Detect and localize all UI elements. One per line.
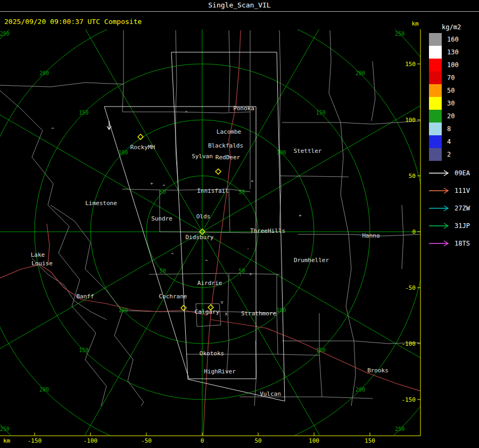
- ring-distance-label: 200: [39, 70, 49, 76]
- ring-distance-label: 150: [79, 110, 88, 116]
- city-label: Brooks: [367, 367, 389, 374]
- spoke-line: [202, 0, 442, 232]
- radar-station-icon: [216, 169, 221, 174]
- spoke-line: [202, 232, 442, 448]
- scale-value: 2: [447, 151, 451, 158]
- scale-entry: 130: [429, 46, 478, 59]
- boundary-line: [32, 258, 106, 320]
- city-label: Banff: [76, 293, 94, 300]
- right-axis-unit: km: [411, 20, 419, 27]
- right-tick-label: -100: [402, 340, 416, 347]
- ring-distance-label: 250: [0, 31, 10, 37]
- scale-value: 160: [447, 36, 459, 43]
- track-arrow-icon: [428, 205, 451, 212]
- scale-entry: 8: [429, 123, 478, 135]
- scale-swatch: [429, 59, 442, 71]
- ring-distance-label: 250: [0, 426, 10, 432]
- ring-distance-label: 100: [276, 307, 286, 313]
- scale-value: 70: [447, 74, 455, 82]
- boundary-line: [329, 30, 341, 123]
- scale-swatch: [429, 46, 442, 59]
- right-tick-label: 100: [405, 117, 416, 124]
- right-tick-label: 0: [412, 229, 416, 235]
- boundary-line: [298, 234, 420, 236]
- track-arrow-icon: [428, 169, 451, 177]
- window-title: Single_Scan_VIL: [208, 1, 270, 9]
- ring-distance-label: 150: [316, 347, 326, 353]
- city-label: Lacombe: [217, 128, 241, 135]
- track-id: 27ZW: [455, 205, 470, 212]
- boundary-line: [122, 30, 123, 112]
- ring-distance-label: 250: [395, 31, 404, 37]
- scale-entry: 2: [429, 148, 478, 161]
- ring-distance-label: 100: [118, 307, 128, 313]
- town-marker-glyph: x: [225, 311, 228, 316]
- bottom-tick-label: -50: [141, 437, 152, 444]
- ring-distance-label: 150: [316, 110, 326, 116]
- color-scale-rows: 16013010070503020842: [429, 33, 478, 161]
- city-label: HighRiver: [204, 368, 236, 375]
- scale-value: 4: [447, 138, 451, 145]
- city-label: Louise: [31, 260, 53, 267]
- vil-color-scale: kg/m2 16013010070503020842: [429, 21, 478, 161]
- spoke-line: [0, 232, 202, 448]
- town-marker-glyph: v: [220, 299, 223, 305]
- town-marker-glyph: ^: [185, 110, 188, 116]
- track-legend-entry: 111V: [428, 182, 470, 199]
- town-marker-glyph: .: [239, 271, 242, 276]
- town-marker-glyph: +: [249, 271, 252, 276]
- city-label: Drumheller: [294, 257, 329, 264]
- radar-map[interactable]: 5050505010010010010015015015015020020020…: [0, 0, 479, 448]
- bottom-tick-label: -150: [28, 437, 42, 444]
- bottom-tick-label: -100: [84, 437, 98, 444]
- scale-swatch: [429, 135, 442, 148]
- right-tick-label: 50: [409, 173, 416, 180]
- bottom-tick-label: 150: [365, 437, 375, 444]
- ring-distance-label: 50: [238, 189, 245, 195]
- boundary-line: [371, 61, 375, 121]
- city-label: Strathmore: [241, 310, 276, 317]
- track-id: 09EA: [455, 169, 470, 177]
- track-legend: 09EA111V27ZW31JP18TS: [428, 164, 470, 252]
- town-marker-glyph: +: [299, 213, 302, 218]
- scale-swatch: [429, 71, 442, 84]
- ring-distance-label: 50: [160, 268, 166, 274]
- track-id: 111V: [455, 187, 470, 194]
- scale-value: 50: [447, 87, 455, 94]
- highway-line: [47, 224, 49, 265]
- scale-value: 130: [447, 48, 459, 56]
- scale-value: 20: [447, 112, 455, 120]
- scale-entry: 160: [429, 33, 478, 46]
- scale-entry: 4: [429, 135, 478, 148]
- scale-entry: 100: [429, 59, 478, 71]
- track-legend-entry: 27ZW: [428, 199, 470, 217]
- track-arrow-icon: [428, 222, 451, 230]
- window-title-bar: Single_Scan_VIL: [0, 0, 479, 12]
- boundary-line: [228, 273, 229, 312]
- boundary-line: [0, 91, 106, 406]
- bottom-tick-label: 0: [201, 437, 204, 444]
- city-labels: PonokaLacombeBlackfaldsRedDeerSylvanStet…: [31, 105, 389, 397]
- boundary-line: [319, 313, 322, 397]
- boundary-line: [149, 273, 279, 274]
- boundary-line: [229, 189, 230, 232]
- boundary-line: [282, 121, 420, 124]
- city-label: Didsbury: [186, 234, 214, 241]
- city-label: Cochrane: [159, 293, 187, 300]
- track-legend-entry: 31JP: [428, 217, 470, 234]
- right-tick-label: -150: [402, 396, 416, 403]
- town-markers: ^^^+^*+^.^.+vx: [51, 110, 302, 316]
- boundary-line: [229, 30, 230, 112]
- bottom-axis-unit: km: [3, 437, 11, 444]
- city-label: RedDeer: [216, 154, 241, 161]
- scale-entry: 50: [429, 84, 478, 97]
- city-label: Limestone: [85, 200, 117, 207]
- city-label: Okotoks: [200, 350, 224, 357]
- ring-distance-label: 100: [276, 150, 286, 156]
- city-label: Lake: [31, 251, 45, 258]
- track-legend-entry: 09EA: [428, 164, 470, 182]
- highway-line: [0, 265, 207, 315]
- town-marker-glyph: ^: [162, 184, 166, 189]
- city-label: Hanna: [362, 232, 379, 239]
- boundary-line: [341, 123, 349, 234]
